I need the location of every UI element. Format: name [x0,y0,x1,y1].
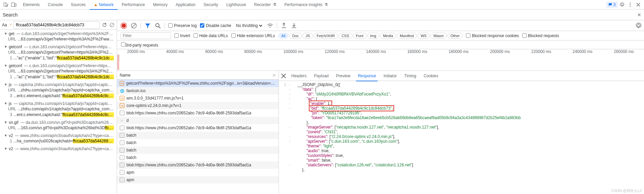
tab-security[interactable]: Security [200,0,222,9]
tab-performance-insights[interactable]: Performance insights ⚗ [281,0,332,9]
tab-performance[interactable]: Performance [118,0,149,9]
result-line[interactable]: 1...ha_common}\u0026captchaId=ffccaa537d… [4,138,114,144]
result-line[interactable]: 1..."ac":{"enable":1,"bid":"ffccaa537da5… [4,74,114,80]
regex-icon[interactable]: .* [9,23,11,27]
details-tab-response[interactable]: Response [354,71,380,81]
result-line[interactable]: URL...63.com/api/v2/getconf?referer=http… [4,68,114,74]
blocked-cookies-checkbox[interactable]: Blocked response cookies [466,33,519,38]
result-head[interactable]: ▼v2— www.zhihu.com/api/v3/oauth/captcha/… [4,146,114,151]
result-line[interactable]: URL...63.com/api/v3/get?referer=https%3A… [4,36,114,42]
details-tab-payload[interactable]: Payload [310,71,332,81]
request-row[interactable]: batch [117,139,279,146]
result-head[interactable]: ▼get— c.dun.163.com/api/v3/get?referer=h… [4,31,114,36]
chip-all[interactable]: All [278,33,288,39]
blocked-requests-checkbox[interactable]: Blocked requests [522,33,559,38]
request-row[interactable]: getconf?referer=https%3A%2F%2Fwww.zhihu.… [117,80,279,87]
request-row[interactable]: blob:https://www.zhihu.com/20652abc-7dc9… [117,124,279,132]
details-tab-timing[interactable]: Timing [401,71,420,81]
request-row[interactable]: d [117,117,279,124]
gear-icon[interactable] [618,1,626,8]
request-row[interactable]: blob:https://www.zhihu.com/20652abc-7dc9… [117,161,279,169]
throttle-select[interactable]: No throttling [235,23,263,28]
chip-js[interactable]: JS [302,33,313,39]
timeline[interactable]: 20000 ms40000 ms60000 ms80000 ms100000 m… [117,49,644,71]
result-group: ▼get— c.dun.163.com/api/v3/get?referer=h… [0,30,117,44]
result-head[interactable]: ▼v2— www.zhihu.com/api/v3/oauth/captcha/… [4,133,114,138]
inspect-icon[interactable] [2,1,9,8]
refresh-icon[interactable] [102,22,107,28]
filter-icon[interactable] [144,22,151,29]
third-party-checkbox[interactable]: 3rd-party requests [121,42,158,48]
disable-cache-checkbox[interactable]: Disable cache [200,23,231,28]
clear-icon[interactable] [109,22,115,28]
request-list-header[interactable]: Name [117,71,279,80]
search-network-icon[interactable] [154,22,161,29]
chip-wasm[interactable]: Wasm [430,33,447,39]
result-head[interactable]: ▼getconf— c.dun.163.com/api/v2/getconf?r… [4,44,114,50]
result-line[interactable]: 3...ent:c.element,captchaId:"ffccaa537da… [4,112,114,118]
request-row[interactable]: favicon.ico [117,87,279,94]
details-tab-initiator[interactable]: Initiator [380,71,400,81]
chip-fetch-xhr[interactable]: Fetch/XHR [314,33,338,39]
result-head[interactable]: ▼sn.gif— da.dun.163.com/sn.gif?d=pid%3Dc… [4,120,114,125]
tab-sources[interactable]: Sources [67,0,90,9]
result-line[interactable]: URL...zhihu.com/api/v1/captcha/js?appId=… [4,106,114,112]
wifi-icon[interactable] [267,22,273,29]
tab-elements[interactable]: Elements [19,0,44,9]
request-row[interactable]: apm [117,169,279,176]
clear-network-icon[interactable] [130,22,137,29]
request-row[interactable]: batch [117,154,279,161]
request-row[interactable]: blob:https://www.zhihu.com/20652abc-7dc9… [117,109,279,117]
result-head[interactable]: ▼js— captcha.zhihu.com/api/v1/captcha/js… [4,101,114,106]
match-case-icon[interactable]: Aa [2,23,7,27]
upload-icon[interactable] [281,22,287,29]
messages-badge[interactable]: 3 [606,2,618,8]
request-row[interactable]: batch [117,146,279,154]
result-line[interactable]: 1..."ac":{"enable":1,"bid":"ffccaa537da5… [4,55,114,61]
request-row[interactable]: core-optimi.v2.24.0.min.js?v=1 [117,102,279,109]
hide-data-urls-checkbox[interactable]: Hide data URLs [194,33,228,38]
details-tab-cookies[interactable]: Cookies [420,71,442,81]
tab-recorder[interactable]: Recorder ⚗ [250,0,281,9]
chip-css[interactable]: CSS [339,33,352,39]
result-line[interactable]: 3...ent:c.element,captchaId:"ffccaa537da… [4,93,114,99]
request-row[interactable]: batch [117,132,279,139]
request-row[interactable]: apm [117,176,279,184]
search-main-input[interactable] [20,12,635,18]
network-gear-icon[interactable] [635,22,642,29]
result-head[interactable]: ▼getconf— c.dun.163.com/api/v2/getconf?r… [4,63,114,68]
tab-memory[interactable]: Memory [149,0,172,9]
result-line[interactable]: URL...zhihu.com/api/v1/captcha/js?appId=… [4,87,114,93]
chip-doc[interactable]: Doc [289,33,302,39]
close-details-icon[interactable] [280,73,287,79]
chip-font[interactable]: Font [353,33,367,39]
details-tab-preview[interactable]: Preview [332,71,354,81]
result-head[interactable]: ▼js— captcha.zhihu.com/api/v1/captcha/js… [4,82,114,87]
search-clear-icon[interactable]: ✕ [637,12,641,18]
chip-manifest[interactable]: Manifest [397,33,417,39]
download-icon[interactable] [291,22,297,29]
request-row[interactable]: wm.3.0.0_33d41777.min.js?v=1 [117,94,279,102]
tab-lighthouse[interactable]: Lighthouse [222,0,250,9]
search-filter-input[interactable] [13,21,100,29]
chip-img[interactable]: Img [367,33,379,39]
tab-console[interactable]: Console [44,0,67,9]
preserve-log-checkbox[interactable]: Preserve log [168,23,197,28]
result-line[interactable]: URL...163.com/sn.gif?d=pid%3Dcaptcha%26b… [4,125,114,131]
chip-other[interactable]: Other [447,33,463,39]
invert-checkbox[interactable]: Invert [174,33,190,38]
record-icon[interactable] [120,22,127,29]
chip-media[interactable]: Media [380,33,396,39]
device-icon[interactable] [10,1,18,8]
result-line[interactable]: URL...63.com/api/v2/getconf?referer=http… [4,50,114,55]
tab-application[interactable]: Application [172,0,200,9]
hide-ext-urls-checkbox[interactable]: Hide extension URLs [231,33,275,38]
kebab-icon[interactable] [626,1,634,8]
main-tabs: ElementsConsoleSources▲NetworkPerformanc… [0,0,644,9]
chip-ws[interactable]: WS [417,33,430,39]
tab-network[interactable]: ▲Network [90,0,118,9]
network-filter-input[interactable] [120,32,171,39]
details-tab-headers[interactable]: Headers [288,71,310,81]
close-devtools-icon[interactable] [635,1,642,8]
response-code[interactable]: 1- __JSONP_j3dp3mc_0({- "data": {- "dt":… [279,81,644,194]
